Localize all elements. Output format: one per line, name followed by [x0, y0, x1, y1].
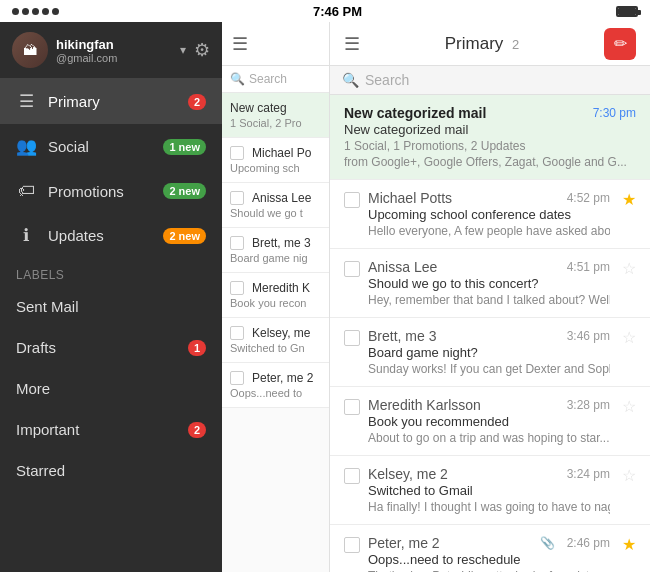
- sidebar-item-starred[interactable]: Starred: [0, 450, 222, 491]
- list-item[interactable]: Brett, me 3 Board game nig: [222, 228, 329, 273]
- email-item[interactable]: Peter, me 2 📎 2:46 pm Oops...need to res…: [330, 525, 650, 572]
- promotions-badge: 2 new: [163, 183, 206, 199]
- email-subject: Should we go to this concert?: [368, 276, 610, 291]
- social-badge: 1 new: [163, 139, 206, 155]
- battery-indicator: [616, 6, 638, 17]
- list-item[interactable]: Peter, me 2 Oops...need to: [222, 363, 329, 408]
- settings-icon[interactable]: ⚙: [194, 39, 210, 61]
- star-icon[interactable]: ☆: [622, 466, 636, 485]
- updates-icon: ℹ: [16, 225, 36, 246]
- list-item[interactable]: Meredith K Book you recon: [222, 273, 329, 318]
- email-time: 3:24 pm: [567, 467, 610, 481]
- email-checkbox[interactable]: [230, 146, 244, 160]
- email-checkbox[interactable]: [230, 191, 244, 205]
- main-header: ☰ Primary 2 ✏: [330, 22, 650, 66]
- account-chevron-icon[interactable]: ▾: [180, 43, 186, 57]
- folder-title: Primary 2: [370, 34, 594, 54]
- search-placeholder: Search: [365, 72, 409, 88]
- star-icon[interactable]: ☆: [622, 259, 636, 278]
- folder-name: Primary: [445, 34, 504, 53]
- email-sender: Brett, me 3: [252, 236, 311, 250]
- labels-section-title: Labels: [0, 258, 222, 286]
- email-preview: Ha finally! I thought I was going to hav…: [368, 500, 610, 514]
- list-item[interactable]: Anissa Lee Should we go t: [222, 183, 329, 228]
- sidebar-item-label: Primary: [48, 93, 176, 110]
- username: hikingfan: [56, 37, 172, 52]
- email-item[interactable]: Kelsey, me 2 3:24 pm Switched to Gmail H…: [330, 456, 650, 525]
- email-sender: Peter, me 2: [368, 535, 440, 551]
- email-preview: Upcoming sch: [230, 162, 321, 174]
- main-email-view: ☰ Primary 2 ✏ 🔍 Search New categorized m…: [330, 22, 650, 572]
- email-preview: About to go on a trip and was hoping to …: [368, 431, 610, 445]
- sidebar-item-important[interactable]: Important 2: [0, 409, 222, 450]
- email-preview: Switched to Gn: [230, 342, 321, 354]
- email-preview: Hello everyone, A few people have asked …: [368, 224, 610, 238]
- sidebar-item-promotions[interactable]: 🏷 Promotions 2 new: [0, 169, 222, 213]
- email-checkbox[interactable]: [344, 468, 360, 484]
- signal-dots: [12, 8, 59, 15]
- compose-icon: ✏: [614, 34, 627, 53]
- sidebar-item-updates[interactable]: ℹ Updates 2 new: [0, 213, 222, 258]
- avatar: 🏔: [12, 32, 48, 68]
- email-item[interactable]: Meredith Karlsson 3:28 pm Book you recom…: [330, 387, 650, 456]
- email-time: 4:52 pm: [567, 191, 610, 205]
- sidebar-item-label: Updates: [48, 227, 151, 244]
- attachment-icon: 📎: [540, 536, 555, 550]
- email-sender: Kelsey, me: [252, 326, 310, 340]
- email-preview: Oops...need to: [230, 387, 321, 399]
- email-item[interactable]: Anissa Lee 4:51 pm Should we go to this …: [330, 249, 650, 318]
- email-checkbox[interactable]: [344, 399, 360, 415]
- email-list-main: New categorized mail 7:30 pm New categor…: [330, 95, 650, 572]
- sidebar-nav: ☰ Primary 2 👥 Social 1 new 🏷 Promotions …: [0, 79, 222, 572]
- email-item[interactable]: Brett, me 3 3:46 pm Board game night? Su…: [330, 318, 650, 387]
- email-checkbox[interactable]: [230, 236, 244, 250]
- menu-icon[interactable]: ☰: [232, 33, 248, 55]
- sidebar-item-sent[interactable]: Sent Mail: [0, 286, 222, 327]
- sidebar-item-label: Drafts: [16, 339, 176, 356]
- email-checkbox[interactable]: [230, 281, 244, 295]
- email-checkbox[interactable]: [344, 192, 360, 208]
- primary-badge: 2: [188, 94, 206, 110]
- email-checkbox[interactable]: [344, 261, 360, 277]
- email-checkbox[interactable]: [344, 330, 360, 346]
- email-preview: Board game nig: [230, 252, 321, 264]
- email-item[interactable]: Michael Potts 4:52 pm Upcoming school co…: [330, 180, 650, 249]
- email-checkbox[interactable]: [344, 537, 360, 553]
- email-sender: Kelsey, me 2: [368, 466, 448, 482]
- email-sender: New categ: [230, 101, 321, 115]
- sidebar-item-label: More: [16, 380, 206, 397]
- email-preview: Hey, remember that band I talked about? …: [368, 293, 610, 307]
- sidebar-item-primary[interactable]: ☰ Primary 2: [0, 79, 222, 124]
- sidebar-item-drafts[interactable]: Drafts 1: [0, 327, 222, 368]
- star-icon[interactable]: ☆: [622, 397, 636, 416]
- email-sender: Peter, me 2: [252, 371, 313, 385]
- compose-button[interactable]: ✏: [604, 28, 636, 60]
- panel-header: ☰: [222, 22, 329, 66]
- list-item[interactable]: New categ 1 Social, 2 Pro: [222, 93, 329, 138]
- sidebar: 🏔 hikingfan @gmail.com ▾ ⚙ ☰ Primary 2 👥…: [0, 22, 222, 572]
- email-subject: Board game night?: [368, 345, 610, 360]
- sidebar-item-social[interactable]: 👥 Social 1 new: [0, 124, 222, 169]
- star-icon[interactable]: ☆: [622, 328, 636, 347]
- email-checkbox[interactable]: [230, 371, 244, 385]
- email-preview: Sunday works! If you can get Dexter and …: [368, 362, 610, 376]
- list-item[interactable]: Michael Po Upcoming sch: [222, 138, 329, 183]
- email-preview: 1 Social, 2 Pro: [230, 117, 321, 129]
- small-search-bar[interactable]: 🔍 Search: [222, 66, 329, 93]
- email-sender: Michael Potts: [368, 190, 452, 206]
- email-time: 7:30 pm: [593, 106, 636, 120]
- sidebar-item-label: Social: [48, 138, 151, 155]
- star-icon[interactable]: ★: [622, 190, 636, 209]
- sidebar-item-more[interactable]: More: [0, 368, 222, 409]
- menu-icon[interactable]: ☰: [344, 33, 360, 55]
- email-time: 2:46 pm: [567, 536, 610, 550]
- email-item[interactable]: New categorized mail 7:30 pm New categor…: [330, 95, 650, 180]
- list-item[interactable]: Kelsey, me Switched to Gn: [222, 318, 329, 363]
- email-time: 3:46 pm: [567, 329, 610, 343]
- main-search-bar[interactable]: 🔍 Search: [330, 66, 650, 95]
- email-subject: Oops...need to reschedule: [368, 552, 610, 567]
- email-checkbox[interactable]: [230, 326, 244, 340]
- email-sender: Brett, me 3: [368, 328, 436, 344]
- email-sender: Meredith Karlsson: [368, 397, 481, 413]
- star-icon[interactable]: ★: [622, 535, 636, 554]
